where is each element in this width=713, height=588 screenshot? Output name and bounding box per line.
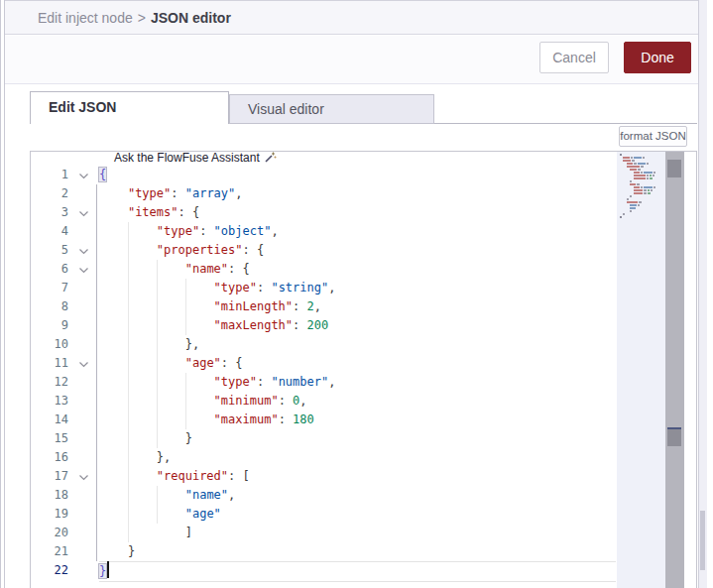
line-number: 19 [31,505,68,524]
cancel-button[interactable]: Cancel [539,42,609,73]
fold-gutter [68,335,99,354]
code-line[interactable]: 22} [31,561,617,580]
code-line[interactable]: 21 } [31,542,617,561]
line-number: 15 [31,429,68,448]
code-line[interactable]: 12 "type": "number", [31,373,617,392]
line-number: 12 [31,373,68,392]
chevron-down-icon[interactable] [68,260,99,279]
code-line[interactable]: 15 } [31,429,617,448]
editor-scrollbar[interactable] [665,152,684,588]
assistant-prompt[interactable]: Ask the FlowFuse Assistant [114,151,277,167]
code-line[interactable]: 1{ [31,166,617,184]
code-text: "maxLength": 200 [99,316,328,335]
json-code-editor[interactable]: Ask the FlowFuse Assistant 1{2 "type": "… [30,151,697,588]
line-number: 17 [31,467,68,486]
line-number: 21 [31,542,68,561]
text-cursor [107,561,109,578]
code-line[interactable]: 7 "type": "string", [31,279,617,297]
code-text: "age": { [99,354,243,373]
chevron-down-icon[interactable] [68,166,99,184]
code-text: } [99,542,135,561]
chevron-down-icon[interactable] [68,203,99,222]
code-line[interactable]: 5 "properties": { [31,241,617,260]
line-number: 20 [31,524,68,542]
fold-gutter [68,542,99,561]
breadcrumb-current: JSON editor [151,10,231,26]
done-button[interactable]: Done [624,42,691,73]
dialog-header: Edit inject node>JSON editor [5,0,699,35]
scrollbar-cursor-marker [667,427,681,446]
code-line[interactable]: 10 }, [31,335,617,354]
fold-gutter [68,279,99,297]
line-number: 14 [31,411,68,429]
tab-visual-editor[interactable]: Visual editor [229,94,434,124]
code-text: }, [99,448,171,467]
fold-gutter [68,429,99,448]
fold-gutter [68,524,99,542]
dialog-left-edge [0,0,1,588]
fold-gutter [68,505,99,524]
line-number: 18 [31,486,68,505]
line-number: 10 [31,335,68,354]
code-line[interactable]: 8 "minLength": 2, [31,297,617,316]
code-line[interactable]: 18 "name", [31,486,617,505]
code-line[interactable]: 13 "minimum": 0, [31,392,617,411]
fold-gutter [68,222,99,241]
line-number: 22 [31,561,68,580]
chevron-down-icon[interactable] [68,354,99,373]
page-scrollbar[interactable] [699,0,707,588]
assistant-prompt-label: Ask the FlowFuse Assistant [114,151,260,165]
fold-gutter [68,373,99,392]
code-line[interactable]: 17 "required": [ [31,467,617,486]
code-lines: 1{2 "type": "array",3 "items": {4 "type"… [31,166,617,580]
code-line[interactable]: 19 "age" [31,505,617,524]
chevron-down-icon[interactable] [68,241,99,260]
scrollbar-thumb[interactable] [667,160,681,177]
fold-gutter [68,297,99,316]
line-number: 9 [31,316,68,335]
code-text: "type": "string", [99,279,335,297]
code-line[interactable]: 3 "items": { [31,203,617,222]
code-text: } [99,429,192,448]
code-line[interactable]: 4 "type": "object", [31,222,617,241]
fold-gutter [68,392,99,411]
code-line[interactable]: 6 "name": { [31,260,617,279]
magic-wand-icon [264,151,277,164]
code-line[interactable]: 20 ] [31,524,617,542]
line-number: 7 [31,279,68,297]
code-line[interactable]: 9 "maxLength": 200 [31,316,617,335]
line-number: 8 [31,297,68,316]
code-text: }, [99,335,199,354]
json-editor-dialog: Edit inject node>JSON editor Cancel Done… [0,0,713,588]
chevron-down-icon[interactable] [68,467,99,486]
page-scrollbar-thumb[interactable] [700,511,705,570]
active-indent-guide [96,184,97,561]
code-line[interactable]: 2 "type": "array", [31,184,617,203]
fold-gutter [68,486,99,505]
fold-gutter [68,448,99,467]
code-line[interactable]: 11 "age": { [31,354,617,373]
code-text: "items": { [99,203,199,222]
fold-gutter [68,411,99,429]
format-json-button[interactable]: format JSON [619,126,687,147]
code-text: "type": "array", [99,184,243,203]
code-line[interactable]: 16 }, [31,448,617,467]
line-number: 11 [31,354,68,373]
code-text: "minimum": 0, [99,392,307,411]
tab-edit-json[interactable]: Edit JSON [30,91,229,124]
line-number: 5 [31,241,68,260]
code-line[interactable]: 14 "maximum": 180 [31,411,617,429]
code-text: "maximum": 180 [99,411,314,429]
breadcrumb-parent-link[interactable]: Edit inject node [38,10,133,26]
breadcrumb: Edit inject node>JSON editor [38,1,231,35]
line-number: 4 [31,222,68,241]
minimap[interactable] [617,152,665,588]
code-text: "minLength": 2, [99,297,321,316]
dialog-button-bar: Cancel Done [5,36,699,84]
dialog-left-edge-inner [4,0,5,588]
fold-gutter [68,184,99,203]
code-text: "properties": { [99,241,264,260]
fold-gutter [68,316,99,335]
code-text: ] [99,524,192,542]
fold-gutter [68,561,99,580]
